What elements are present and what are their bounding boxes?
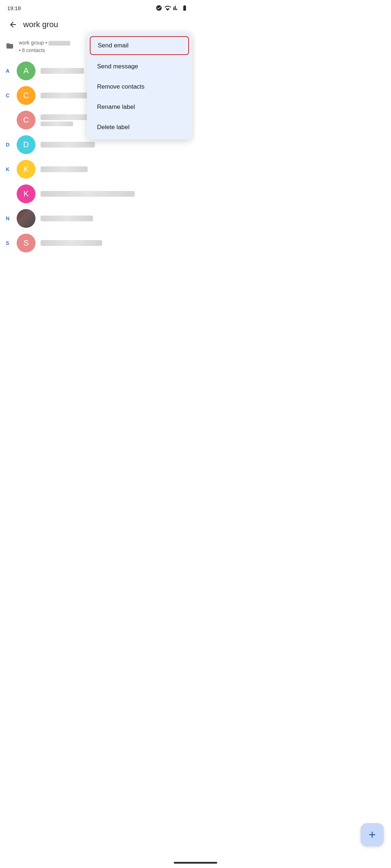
page-title: work grou [23,20,58,29]
avatar: K [17,160,35,179]
label-photo-blur [49,41,70,46]
dropdown-item-remove-contacts[interactable]: Remove contacts [87,77,192,97]
folder-icon [6,42,14,50]
contact-name-blur [41,93,88,98]
contact-name-blur-secondary [41,122,73,126]
contact-name [41,142,190,148]
status-icons [156,5,188,11]
avatar: K [17,184,35,203]
label-name: work group • [19,40,49,46]
section-letter: C [6,93,17,98]
dropdown-menu: Send emailSend messageRemove contactsRen… [87,33,192,140]
label-info: work group • • 8 contacts [19,39,70,54]
contact-name [41,191,190,197]
avatar: D [17,135,35,154]
dropdown-item-rename-label[interactable]: Rename label [87,97,192,117]
section-letter: K [6,166,17,172]
dropdown-item-delete-label[interactable]: Delete label [87,117,192,137]
label-icon [6,42,14,51]
avatar: C [17,86,35,105]
contact-name-blur [41,166,88,172]
contact-name-blur [41,216,93,221]
contact-name [41,166,190,172]
dropdown-item-send-email[interactable]: Send email [90,36,189,55]
contact-name-blur [41,240,102,246]
back-button[interactable] [6,17,20,32]
status-time: 19:18 [7,5,21,11]
avatar: S [17,234,35,252]
battery-icon [181,5,188,11]
section-letter: S [6,240,17,246]
contact-name [41,216,190,221]
wifi-icon [164,5,171,11]
signal-icon [173,5,179,11]
section-letter: D [6,142,17,148]
avatar: A [17,61,35,80]
contact-name-blur [41,191,135,197]
contact-row[interactable]: N [0,206,196,231]
contact-name-blur [41,142,95,148]
contact-name-blur [41,68,84,74]
dropdown-item-send-message[interactable]: Send message [87,56,192,77]
section-letter: N [6,216,17,221]
avatar: C [17,111,35,129]
status-bar: 19:18 [0,0,196,14]
avatar [17,209,35,228]
header: work grou [0,14,196,35]
contact-row[interactable]: SS [0,231,196,255]
section-letter: A [6,68,17,74]
label-contacts: • 8 contacts [19,47,45,53]
task-icon [156,5,162,11]
contact-row[interactable]: K [0,182,196,206]
contact-row[interactable]: KK [0,157,196,182]
back-arrow-icon [9,20,17,29]
contact-name [41,240,190,246]
